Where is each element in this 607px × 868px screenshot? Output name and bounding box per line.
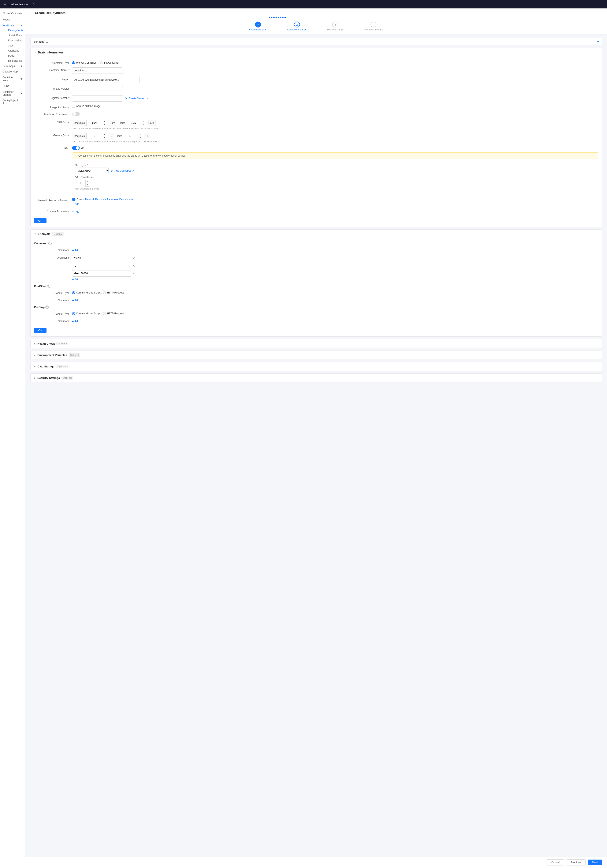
always-pull-checkbox[interactable]: Always pull the image — [72, 105, 598, 107]
arg-input-0[interactable] — [72, 255, 131, 261]
poststart-title: PostStart ? — [34, 285, 598, 288]
memory-requests-input[interactable] — [88, 133, 101, 139]
sidebar-item-nodes[interactable]: Nodes — [0, 17, 25, 23]
next-button[interactable]: Next — [588, 860, 602, 865]
network-resource-add-btn[interactable]: + Add — [72, 202, 598, 206]
health-check-header[interactable]: ▶ Health Check Optional — [31, 339, 602, 348]
lifecycle-header[interactable]: ▼ Lifecycle Optional — [31, 230, 602, 238]
sidebar-item-crds[interactable]: CRDs — [0, 83, 25, 89]
network-resource-add-icon: + — [72, 202, 74, 206]
container-tab-1[interactable]: container-1 — [31, 39, 51, 45]
registry-secret-control: ↻ Create Secret ↗ — [72, 95, 598, 102]
memory-limits-down[interactable]: ▼ — [138, 136, 142, 139]
prestop-command-line-radio[interactable]: Command Line Scripts — [72, 312, 102, 315]
sidebar-item-workloads[interactable]: Workloads ▲ — [0, 23, 25, 28]
sidebar-sub-item-jobs[interactable]: — Jobs — [0, 43, 25, 48]
args-add-btn[interactable]: + Add — [72, 278, 598, 281]
gpu-card-num-up[interactable]: ▲ — [85, 180, 89, 183]
memory-requests-up[interactable]: ▲ — [103, 133, 106, 136]
memory-limits-up[interactable]: ▲ — [138, 133, 142, 136]
cpu-requests-input[interactable] — [88, 120, 101, 126]
data-storage-header[interactable]: ▶ Data Storage Optional — [31, 362, 602, 370]
gpu-toggle[interactable]: On — [72, 146, 84, 150]
privileged-help-icon[interactable]: ? — [68, 113, 70, 116]
basic-info-header[interactable]: ▼ Basic Information — [31, 48, 602, 57]
command-add-btn[interactable]: + Add — [72, 249, 598, 252]
command-help-icon[interactable]: ? — [48, 242, 51, 245]
container-name-input[interactable] — [72, 67, 123, 74]
previous-button[interactable]: Previous — [566, 859, 586, 865]
security-settings-header[interactable]: ▶ Security Settings Optional — [31, 374, 602, 382]
cpu-limits-down[interactable]: ▼ — [141, 123, 145, 126]
arg-input-2[interactable] — [72, 270, 131, 277]
command-subsection-title: Command ? — [34, 242, 598, 245]
basic-info-section: ▼ Basic Information Container Type — [30, 48, 602, 227]
poststart-command-add-btn[interactable]: + Add — [72, 299, 598, 302]
poststart-command-line-radio[interactable]: Command Line Scripts — [72, 291, 102, 294]
sidebar-item-cluster-overview[interactable]: Cluster Overview — [0, 10, 25, 17]
sidebar-item-container-netw[interactable]: Container Netw... ▼ — [0, 75, 25, 83]
lifecycle-ok-button[interactable]: OK — [34, 328, 47, 333]
network-param-link[interactable]: Network Resource Parameter Descriptions — [85, 198, 133, 201]
cancel-button[interactable]: Cancel — [546, 859, 564, 865]
sidebar-item-operator-app[interactable]: Operator App — [0, 68, 25, 75]
poststart-http-radio[interactable]: HTTP Request — [103, 291, 124, 294]
sidebar-sub-item-pods[interactable]: — Pods — [0, 53, 25, 58]
sidebar-sub-item-cronjobs[interactable]: — CronJobs — [0, 48, 25, 53]
poststart-command-label: Command — [34, 298, 72, 302]
cpu-limits-input[interactable] — [127, 120, 140, 126]
health-check-tag: Optional — [56, 342, 68, 345]
sidebar-sub-item-statefulsets[interactable]: — StatefulSets — [0, 33, 25, 38]
sidebar-bottom-configmaps[interactable]: ConfigMaps & S... — [0, 97, 25, 107]
sidebar-item-helm-apps[interactable]: Helm Apps ▼ — [0, 64, 25, 68]
prestop-http-radio[interactable]: HTTP Request — [103, 312, 124, 315]
arg-input-1[interactable] — [72, 263, 131, 269]
sidebar-sub-item-replicasets[interactable]: — ReplicaSets — [0, 58, 25, 64]
memory-limits-input[interactable] — [124, 133, 137, 139]
container-name-label: Container Name — [34, 67, 72, 71]
env-vars-header[interactable]: ▶ Environment Variables Optional — [31, 351, 602, 359]
registry-refresh-icon[interactable]: ↻ — [124, 97, 127, 100]
page-back-icon[interactable]: ← — [30, 11, 33, 14]
gpu-card-num-field: GPU Card Num ▲ ▼ Max — [75, 176, 596, 190]
topbar-back-icon[interactable]: ← — [3, 3, 6, 6]
prestop-command-add-btn[interactable]: + Add — [72, 320, 598, 323]
basic-info-ok-button[interactable]: OK — [34, 218, 47, 223]
sidebar-item-container-storage[interactable]: Container Storage ▼ — [0, 89, 25, 97]
memory-quota-row: Memory Quota Requests ▲ ▼ Gi — [34, 133, 598, 143]
add-gpu-types-link[interactable]: Add Gpu types ↗ — [115, 169, 134, 172]
basic-info-chevron: ▼ — [34, 51, 36, 54]
gpu-toggle-switch[interactable] — [72, 146, 80, 150]
image-input[interactable] — [72, 77, 140, 83]
arg-row-1: ✕ — [72, 263, 598, 269]
create-secret-link[interactable]: Create Secret — [129, 97, 144, 100]
gpu-type-select[interactable]: Metax GPU — [75, 167, 109, 174]
sidebar-sub-item-deployments[interactable]: — Deployments — [0, 28, 25, 33]
privileged-toggle-switch[interactable] — [72, 112, 80, 116]
topbar-refresh-icon[interactable]: ↻ — [33, 3, 35, 6]
gpu-card-num-stepper: ▲ ▼ — [85, 180, 89, 187]
image-version-select[interactable] — [72, 86, 123, 92]
cpu-separator: Limits — [119, 121, 125, 124]
poststart-help-icon[interactable]: ? — [47, 285, 50, 288]
privileged-toggle[interactable] — [72, 112, 80, 116]
cpu-limits-up[interactable]: ▲ — [141, 120, 145, 123]
sidebar-sub-item-daemonsets[interactable]: — DaemonSets — [0, 38, 25, 43]
gpu-type-refresh-icon[interactable]: ↻ — [110, 169, 113, 172]
gpu-card-num-down[interactable]: ▼ — [85, 183, 89, 186]
poststart-http-label: HTTP Request — [107, 291, 124, 294]
prestop-help-icon[interactable]: ? — [45, 305, 49, 309]
arg-remove-2[interactable]: ✕ — [132, 272, 135, 275]
arg-remove-1[interactable]: ✕ — [132, 264, 135, 268]
container-tab-add-button[interactable]: + — [595, 38, 602, 45]
gpu-card-num-input[interactable] — [75, 180, 85, 186]
cpu-requests-up[interactable]: ▲ — [103, 120, 106, 123]
radio-worker-container[interactable]: Worker Container — [72, 61, 96, 64]
memory-requests-down[interactable]: ▼ — [103, 136, 106, 139]
custom-parameters-add-btn[interactable]: + Add — [72, 210, 598, 213]
registry-secret-select[interactable] — [72, 95, 123, 102]
cpu-requests-down[interactable]: ▼ — [103, 123, 106, 126]
registry-secret-help[interactable]: ? — [68, 97, 70, 99]
arg-remove-0[interactable]: ✕ — [132, 257, 135, 260]
radio-init-container[interactable]: Init Container — [100, 61, 119, 64]
